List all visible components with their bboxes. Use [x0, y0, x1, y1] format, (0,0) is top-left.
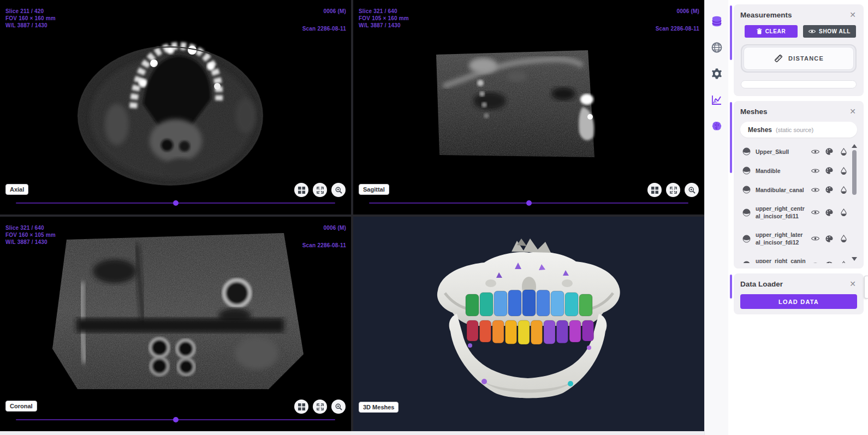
sagittal-wl-info: W/L 3887 / 1430: [359, 22, 409, 29]
distance-button-label: DISTANCE: [788, 55, 824, 62]
meshes-source-label: Meshes: [748, 126, 772, 134]
show-all-button-label: SHOW ALL: [819, 28, 851, 34]
meshes-source-header[interactable]: Meshes (static source): [740, 122, 857, 138]
measurements-nav-button[interactable]: [709, 92, 725, 108]
fullscreen-button[interactable]: [313, 400, 327, 414]
mesh-list-item[interactable]: upper_right_canine_fdi13: [740, 252, 849, 263]
fullscreen-button[interactable]: [313, 183, 327, 197]
mesh-opacity-droplet-icon[interactable]: [839, 261, 848, 263]
measurements-panel: Measurements ✕ CLEAR SHOW ALL DI: [734, 4, 864, 96]
viewgrid-bottom-strip: [0, 431, 704, 435]
slider-thumb[interactable]: [173, 417, 179, 422]
mesh-list-item[interactable]: Mandibular_canal: [740, 180, 849, 199]
mesh-color-palette-icon[interactable]: [824, 148, 834, 155]
scroll-up-icon[interactable]: [852, 144, 857, 148]
data-loader-close-icon[interactable]: ✕: [848, 279, 857, 289]
measurements-empty-list: [741, 80, 857, 88]
mesh-name: Mandibular_canal: [756, 186, 806, 194]
mesh-name: upper_right_central_incisor_fdi11: [756, 205, 806, 220]
meshes-source-hint: (static source): [776, 127, 813, 133]
axial-slice-info: Slice 211 / 420: [5, 8, 56, 15]
layout-grid-button[interactable]: [647, 183, 662, 197]
mesh-color-palette-icon[interactable]: [824, 261, 834, 264]
zoom-button[interactable]: [331, 183, 346, 197]
viewport-3d-meshes[interactable]: 3D Meshes: [353, 217, 704, 431]
zoom-button[interactable]: [331, 400, 346, 414]
mesh-visibility-eye-icon[interactable]: [810, 187, 820, 193]
mesh-opacity-droplet-icon[interactable]: [839, 167, 848, 175]
mesh-color-palette-icon[interactable]: [824, 167, 834, 174]
mesh-sphere-icon: [741, 261, 751, 264]
mesh-opacity-droplet-icon[interactable]: [839, 235, 848, 242]
mesh-visibility-eye-icon[interactable]: [810, 236, 820, 241]
meshes-panel: Meshes ✕ Meshes (static source) Upper_Sk…: [734, 101, 864, 269]
scroll-down-icon[interactable]: [852, 257, 857, 261]
scrollbar-thumb[interactable]: [852, 150, 857, 195]
orientation-nav-button[interactable]: [709, 39, 725, 56]
load-data-button[interactable]: LOAD DATA: [740, 294, 857, 309]
mesh-color-palette-icon[interactable]: [824, 235, 834, 242]
show-all-measurements-button[interactable]: SHOW ALL: [803, 25, 856, 38]
viewport-grid: Slice 211 / 420 FOV 160 × 160 mm W/L 388…: [0, 0, 704, 435]
coronal-view-label: Coronal: [5, 401, 37, 412]
grid-icon: [298, 403, 305, 410]
mesh-list-item[interactable]: Mandible: [740, 161, 849, 180]
viewport-sagittal[interactable]: Slice 321 / 640 FOV 105 × 160 mm W/L 388…: [353, 0, 704, 214]
mesh-visibility-eye-icon[interactable]: [810, 210, 820, 215]
window-scrollbar[interactable]: [864, 276, 868, 299]
mesh-list-item[interactable]: upper_right_lateral_incisor_fdi12: [740, 225, 849, 252]
mesh-list-scrollbar[interactable]: [851, 144, 857, 261]
mesh-sphere-icon: [741, 147, 751, 156]
mesh-visibility-eye-icon[interactable]: [810, 149, 820, 154]
clear-button-label: CLEAR: [765, 28, 786, 34]
expand-icon: [670, 187, 677, 194]
mesh-list-item[interactable]: Upper_Skull: [740, 142, 849, 161]
data-loader-nav-button[interactable]: [709, 13, 725, 29]
measurements-close-icon[interactable]: ✕: [848, 10, 857, 20]
mesh-list-item[interactable]: upper_right_central_incisor_fdi11: [740, 199, 849, 225]
axial-scan-date: Scan 2286-08-11: [302, 25, 346, 32]
mesh-color-palette-icon[interactable]: [824, 209, 834, 216]
sagittal-slice-slider[interactable]: [369, 200, 688, 206]
brain-icon: [711, 120, 723, 132]
axial-patient-id: 0006 (M): [323, 8, 346, 15]
mesh-color-palette-icon[interactable]: [824, 186, 834, 193]
dental-imaging-app: Slice 211 / 420 FOV 160 × 160 mm W/L 388…: [0, 0, 868, 435]
coronal-patient-id: 0006 (M): [323, 224, 346, 231]
distance-tool-button[interactable]: DISTANCE: [744, 47, 854, 70]
mesh-opacity-droplet-icon[interactable]: [839, 208, 848, 216]
fullscreen-button[interactable]: [666, 183, 680, 197]
slider-thumb[interactable]: [173, 200, 179, 206]
meshes-nav-button[interactable]: [709, 118, 725, 134]
layout-grid-button[interactable]: [294, 400, 308, 414]
settings-nav-button[interactable]: [709, 65, 725, 82]
meshes-close-icon[interactable]: ✕: [848, 106, 857, 116]
sagittal-overlay-info: Slice 321 / 640 FOV 105 × 160 mm W/L 388…: [359, 8, 409, 29]
magnifier-plus-icon: [335, 403, 342, 410]
axial-slice-slider[interactable]: [16, 200, 335, 206]
grid-icon: [298, 187, 305, 194]
slider-thumb[interactable]: [526, 200, 532, 206]
zoom-button[interactable]: [685, 183, 699, 197]
grid-icon: [651, 187, 658, 194]
mesh-opacity-droplet-icon[interactable]: [839, 148, 848, 156]
mesh-visibility-eye-icon[interactable]: [810, 262, 820, 263]
mesh-sphere-icon: [741, 186, 751, 194]
coronal-slice-info: Slice 321 / 640: [5, 224, 56, 231]
mesh-visibility-eye-icon[interactable]: [810, 168, 820, 174]
coronal-slice-slider[interactable]: [16, 417, 335, 422]
magnifier-plus-icon: [335, 187, 342, 194]
right-sidebar: Measurements ✕ CLEAR SHOW ALL DI: [728, 0, 868, 435]
clear-measurements-button[interactable]: CLEAR: [745, 25, 798, 38]
mesh-name: upper_right_lateral_incisor_fdi12: [756, 231, 806, 246]
viewport-coronal[interactable]: Slice 321 / 640 FOV 160 × 105 mm W/L 388…: [0, 217, 351, 431]
sagittal-view-controls: [647, 183, 699, 197]
data-loader-panel-title: Data Loader: [740, 280, 783, 288]
mesh-opacity-droplet-icon[interactable]: [839, 186, 848, 194]
mesh-name: upper_right_canine_fdi13: [756, 257, 806, 263]
viewport-axial[interactable]: Slice 211 / 420 FOV 160 × 160 mm W/L 388…: [0, 0, 351, 214]
coronal-fov-info: FOV 160 × 105 mm: [5, 231, 56, 239]
layout-grid-button[interactable]: [294, 183, 308, 197]
mesh-list: Upper_Skull Mandible Mandibular_canal: [740, 142, 849, 263]
axial-view-label: Axial: [5, 184, 28, 195]
